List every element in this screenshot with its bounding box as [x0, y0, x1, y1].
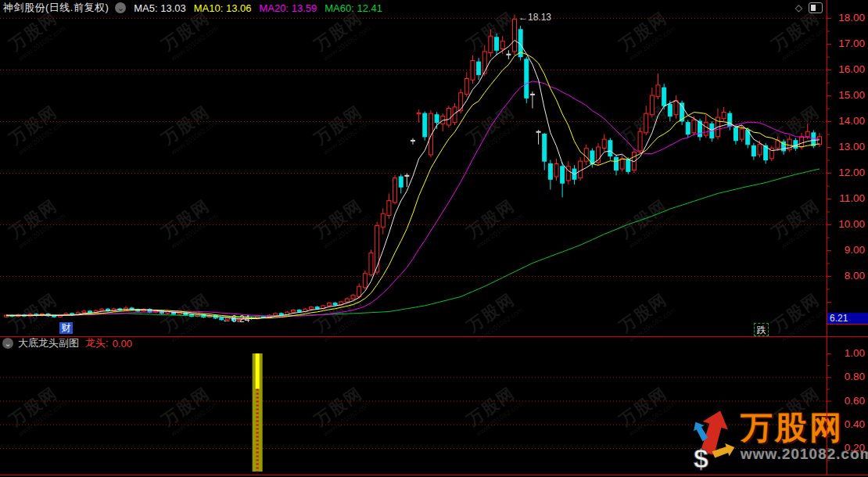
- chevron-down-icon[interactable]: ⌄: [115, 2, 126, 13]
- ma20-line: [6, 81, 820, 317]
- sub-chart-header: ⌄ 大底龙头副图 龙头: 0.00: [0, 337, 868, 350]
- ma5-line: [6, 40, 820, 318]
- price-axis-line: [827, 0, 827, 475]
- candles-layer: [5, 15, 822, 321]
- main-gridlines: [0, 19, 827, 277]
- ma60-line: [6, 169, 820, 317]
- split-window-icon[interactable]: [809, 2, 823, 13]
- sub-indicator-title: 大底龙头副图: [18, 336, 79, 350]
- stock-chart-app: 万股网www.201082.com万股网www.201082.com万股网www…: [0, 0, 868, 477]
- logo-url: www.201082.com: [741, 446, 868, 463]
- ma5-value: MA5: 13.03: [134, 2, 186, 14]
- indicator-tag-cai[interactable]: 财: [59, 322, 73, 334]
- ma10-value: MA10: 13.06: [194, 2, 252, 14]
- chevron-down-icon[interactable]: ⌄: [2, 338, 13, 349]
- site-logo: $ 万股网 www.201082.com: [690, 410, 855, 475]
- svg-text:$: $: [694, 443, 708, 473]
- logo-name: 万股网: [741, 410, 868, 446]
- bottom-border-line: [0, 475, 868, 475]
- ma20-value: MA20: 13.59: [260, 2, 317, 14]
- axis-cell-line: [827, 324, 868, 325]
- ma60-value: MA60: 12.41: [325, 2, 382, 14]
- sub-indicator-value-label: 龙头:: [85, 336, 109, 350]
- indicator-tag-die[interactable]: 跌: [754, 323, 769, 336]
- signal-bar: [253, 353, 263, 472]
- sub-indicator-value: 0.00: [113, 338, 132, 350]
- main-chart-header: 神剑股份(日线.前复权) ⌄ MA5: 13.03 MA10: 13.06 MA…: [0, 0, 868, 16]
- last-price-marker: 6.21: [827, 313, 868, 324]
- stock-title: 神剑股份(日线.前复权): [3, 1, 109, 15]
- low-price-label: ←6.24: [222, 314, 249, 325]
- chart-svg: [0, 0, 868, 477]
- charts-canvas[interactable]: [0, 0, 868, 477]
- diamond-icon[interactable]: ◇: [795, 2, 802, 13]
- logo-arrows-icon: $: [690, 410, 739, 475]
- ma10-line: [6, 52, 820, 318]
